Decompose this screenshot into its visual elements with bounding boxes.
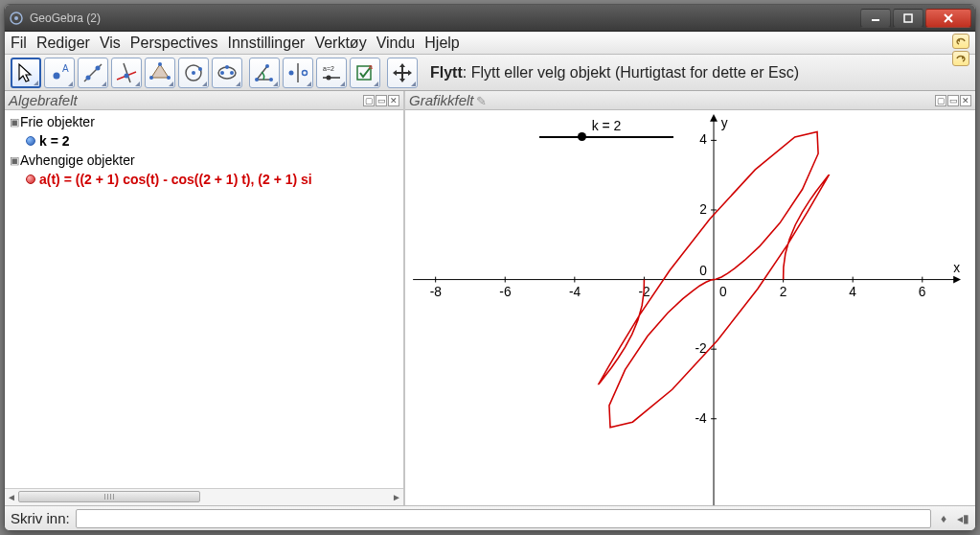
graphics-pane-title: Grafikkfelt✎ [409,92,935,108]
graph-canvas[interactable]: -8 -6 -4 -2 0 2 4 6 4 2 0 -2 -4 x [405,110,975,505]
titlebar[interactable]: GeoGebra (2) [5,5,975,32]
tool-polygon[interactable] [145,58,175,88]
axis-tick-labels: -8 -6 -4 -2 0 2 4 6 4 2 0 -2 -4 x [430,116,960,426]
app-icon [9,11,24,26]
scroll-left-icon[interactable]: ◄ [6,491,17,502]
tool-angle[interactable] [249,58,280,88]
tree-item-k[interactable]: k = 2 [9,131,399,151]
svg-point-16 [167,76,171,80]
maximize-icon [903,13,913,23]
disclosure-icon: ▣ [9,112,20,131]
redo-button[interactable] [952,51,969,66]
svg-point-17 [149,76,153,80]
svg-marker-37 [953,276,961,284]
close-button[interactable] [925,9,971,28]
menu-tools[interactable]: Verktøy [314,35,366,52]
tool-move[interactable] [11,58,41,88]
close-icon [943,12,954,24]
svg-point-23 [230,71,234,75]
svg-point-29 [289,70,294,75]
tool-line[interactable] [78,58,108,88]
pencil-icon: ✎ [476,94,487,108]
input-help-icon[interactable]: ◂▮ [956,512,969,525]
graphics-pane-header[interactable]: Grafikkfelt✎ ▢ ▭ ✕ [405,91,975,110]
svg-point-13 [125,73,129,78]
pane-close-icon[interactable]: ✕ [388,95,399,106]
svg-point-1 [14,16,18,20]
svg-marker-14 [151,64,169,78]
pane-min-icon[interactable]: ▭ [947,95,959,106]
svg-text:0: 0 [719,285,727,299]
tree-label: Avhengige objekter [20,151,135,170]
algebra-tree[interactable]: ▣ Frie objekter k = 2 ▣ Avhengige objekt… [5,110,403,488]
maximize-button[interactable] [893,9,923,28]
pane-min-icon[interactable]: ▭ [376,95,387,106]
svg-rect-3 [904,14,912,22]
svg-point-10 [96,65,101,70]
window-title: GeoGebra (2) [30,12,858,25]
disclosure-icon: ▣ [9,151,20,170]
svg-point-27 [265,64,269,68]
command-input[interactable] [76,509,931,528]
menu-view[interactable]: Vis [100,35,121,52]
tool-desc-text: : Flytt eller velg objekt (Hurtigtast fo… [463,64,799,81]
menu-file[interactable]: Fil [11,35,27,52]
svg-text:6: 6 [919,285,926,299]
svg-point-19 [192,71,195,75]
algebra-pane-title: Algebrafelt [9,92,363,108]
scroll-right-icon[interactable]: ► [391,491,402,502]
svg-text:-4: -4 [695,411,707,426]
tool-circle[interactable] [178,58,209,88]
minimize-icon [871,13,880,23]
svg-text:a=2: a=2 [323,65,334,72]
tool-ellipse[interactable] [212,58,242,88]
tool-perpendicular[interactable] [111,58,142,88]
undo-icon [955,36,967,46]
scroll-thumb[interactable] [18,491,200,502]
menu-edit[interactable]: Rediger [36,35,90,52]
tool-move-view[interactable] [387,58,418,88]
app-window: GeoGebra (2) Fil Rediger Vis Perspective… [4,4,976,531]
svg-text:2: 2 [699,202,707,217]
tool-slider[interactable]: a=2 [316,58,347,88]
pane-detach-icon[interactable]: ▢ [935,95,946,106]
tree-category-dependent[interactable]: ▣ Avhengige objekter [9,151,399,170]
axes [413,114,961,505]
svg-marker-39 [710,114,718,122]
tool-desc-title: Flytt [430,64,463,81]
svg-text:A: A [62,63,69,74]
svg-point-33 [327,75,331,80]
graphics-view[interactable]: k = 2 [405,110,975,505]
slider-k[interactable]: k = 2 [539,118,673,138]
slider-track[interactable] [539,136,673,138]
pane-detach-icon[interactable]: ▢ [363,95,375,106]
menu-perspectives[interactable]: Perspectives [130,35,218,52]
svg-point-6 [54,72,60,79]
svg-point-24 [225,65,229,69]
tree-category-free[interactable]: ▣ Frie objekter [9,112,399,131]
menu-settings[interactable]: Innstillinger [227,35,305,52]
tool-checkbox[interactable]: a [350,58,380,88]
tree-item-label: k = 2 [39,131,70,151]
svg-line-12 [124,63,130,82]
algebra-pane: Algebrafelt ▢ ▭ ✕ ▣ Frie objekter k = 2 … [5,91,405,505]
object-bullet-icon [26,174,35,184]
slider-knob[interactable] [578,132,586,141]
svg-point-20 [198,67,202,71]
undo-button[interactable] [952,34,969,49]
object-bullet-icon [26,136,35,146]
content: Algebrafelt ▢ ▭ ✕ ▣ Frie objekter k = 2 … [5,91,975,505]
input-history-icon[interactable]: ♦ [937,512,950,525]
menu-window[interactable]: Vindu [376,35,416,52]
tool-description: Flytt: Flytt eller velg objekt (Hurtigta… [430,64,969,81]
tool-point[interactable]: A [44,58,75,88]
menu-help[interactable]: Hjelp [424,35,459,52]
input-label: Skriv inn: [11,510,70,526]
tool-reflect[interactable] [283,58,313,88]
graphics-pane: Grafikkfelt✎ ▢ ▭ ✕ k = 2 [405,91,975,505]
pane-close-icon[interactable]: ✕ [960,95,971,106]
tree-item-a[interactable]: a(t) = ((2 + 1) cos(t) - cos((2 + 1) t),… [9,170,399,189]
algebra-hscrollbar[interactable]: ◄ ► [5,488,403,505]
minimize-button[interactable] [860,9,891,28]
algebra-pane-header[interactable]: Algebrafelt ▢ ▭ ✕ [5,91,403,110]
